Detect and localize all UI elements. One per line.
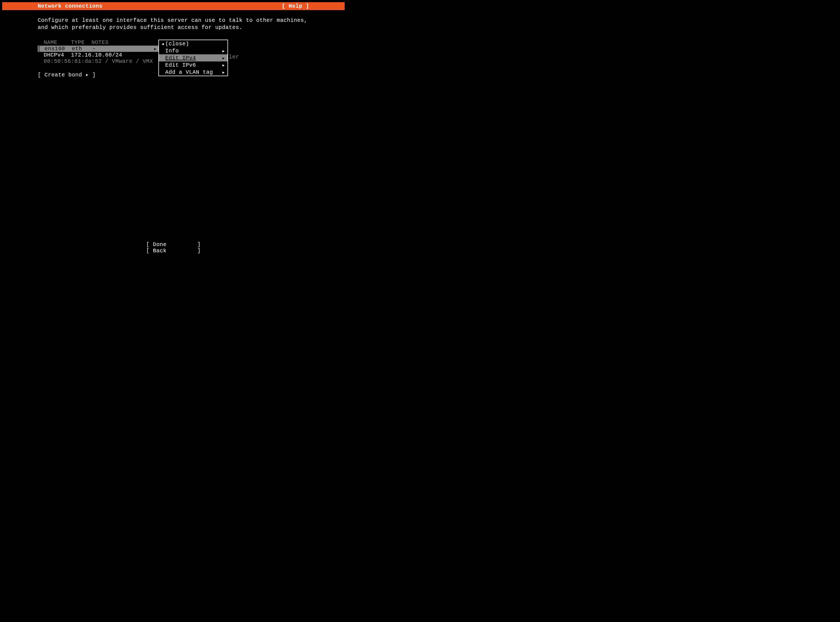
dhcp-label: DHCPv4	[44, 52, 64, 58]
footer: [ Done ] [ Back ]	[2, 241, 345, 254]
chevron-left-icon: ◂	[161, 40, 165, 47]
interface-label: [ ens160 eth -	[38, 46, 96, 52]
back-button[interactable]: [ Back ]	[146, 248, 201, 254]
menu-item-add-vlan[interactable]: Add a VLAN tag ▸	[159, 69, 227, 76]
chevron-right-icon: ▸	[221, 62, 225, 69]
menu-item-close[interactable]: ◂ (close)	[159, 40, 227, 47]
menu-label: (close)	[165, 41, 221, 47]
menu-label: Add a VLAN tag	[165, 69, 221, 75]
menu-label: Edit IPv4	[165, 55, 221, 61]
help-button[interactable]: [ Help ]	[282, 3, 309, 9]
titlebar: Network connections [ Help ]	[2, 2, 345, 10]
context-menu: ◂ (close) Info ▸ Edit IPv4 ▸ Edit IPv6	[159, 40, 228, 76]
header-name: NAME	[44, 39, 57, 46]
content-area: Configure at least one interface this se…	[2, 10, 345, 78]
menu-label: Info	[165, 48, 221, 54]
interface-notes: -	[92, 46, 96, 52]
chevron-right-icon: ▸	[221, 55, 225, 61]
chevron-right-icon: ▸	[154, 45, 157, 52]
dhcp-address: 172.16.10.60/24	[71, 52, 122, 58]
header-type: TYPE	[71, 39, 85, 46]
interface-type: eth	[72, 46, 82, 52]
chevron-right-icon: ▸	[221, 47, 225, 54]
menu-label: Edit IPv6	[165, 62, 221, 68]
menu-item-edit-ipv6[interactable]: Edit IPv6 ▸	[159, 61, 227, 69]
page-title: Network connections	[38, 3, 282, 9]
interface-row-ens160[interactable]: [ ens160 eth - ▸	[38, 46, 159, 52]
chevron-right-icon: ▸	[221, 69, 225, 76]
intro-text: Configure at least one interface this se…	[38, 17, 309, 31]
header-notes: NOTES	[91, 39, 109, 46]
obscured-text: ler	[229, 54, 239, 60]
interface-table: NAME TYPE NOTES [ ens160 eth - ▸ DHCPv4 …	[38, 39, 309, 78]
mac-text: 00:50:56:81:da:52 / VMware / VMX	[44, 58, 153, 64]
menu-item-edit-ipv4[interactable]: Edit IPv4 ▸	[159, 54, 227, 61]
interface-name: ens160	[44, 46, 65, 52]
menu-item-info[interactable]: Info ▸	[159, 47, 227, 54]
done-button[interactable]: [ Done ]	[146, 241, 201, 248]
